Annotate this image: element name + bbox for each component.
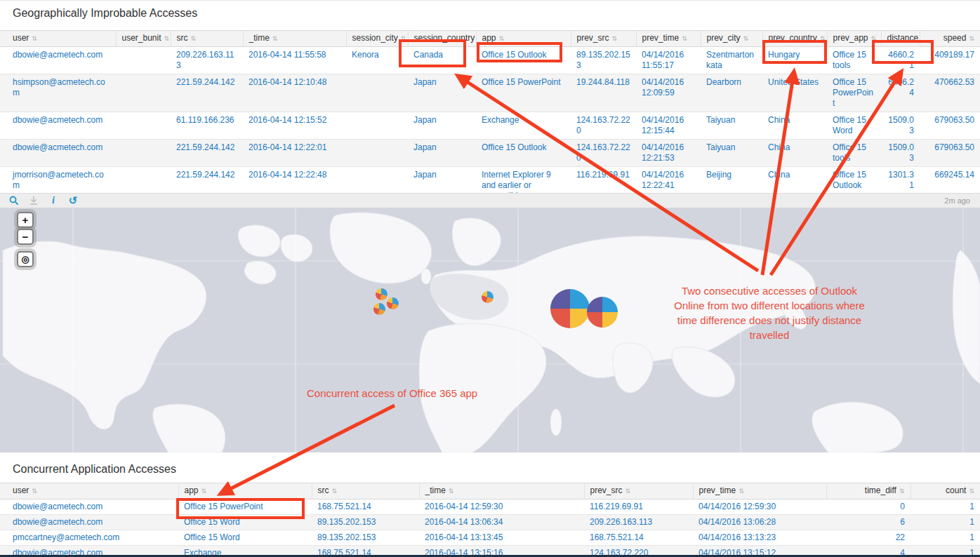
pie-marker-na-3[interactable] [373,303,385,315]
table-cell[interactable]: China [762,112,827,140]
table-cell[interactable]: Szentmartonkata [701,47,762,74]
column-header-src[interactable]: src⇅ [171,31,243,47]
column-header-distance[interactable]: distance⇅ [881,31,920,47]
table-cell[interactable]: 04/14/2016 11:55:17 [636,47,701,74]
table-cell[interactable]: pmccartney@acmetech.com [0,530,178,546]
table-cell[interactable]: United States [762,74,827,112]
sort-icon[interactable]: ⇅ [871,35,877,42]
table-cell[interactable]: Taiyuan [701,112,762,140]
table-cell[interactable]: Office 15 Outlook [476,47,571,74]
table-cell[interactable]: China [762,140,827,167]
column-header-time_diff[interactable]: time_diff⇅ [826,483,911,499]
column-header-user_bunit[interactable]: user_bunit⇅ [116,31,171,47]
column-header-src[interactable]: src⇅ [312,483,419,499]
refresh-icon[interactable]: ↺ [67,195,79,206]
download-icon[interactable] [28,195,39,206]
table-cell[interactable]: 4660.21 [881,47,920,74]
table-cell[interactable]: 0 [826,499,911,515]
column-header-prev_country[interactable]: prev_country⇅ [762,31,827,47]
column-header-count[interactable]: count⇅ [911,483,980,499]
table-cell[interactable]: 209.226.163.113 [171,47,243,74]
world-map[interactable]: + − ◎ [0,208,980,452]
column-header-prev_app[interactable]: prev_app⇅ [827,31,881,47]
table-cell[interactable]: 19.244.84.118 [571,74,636,112]
table-cell[interactable]: dbowie@acmetech.com [0,140,116,167]
pie-marker-europe[interactable] [482,291,494,303]
table-cell[interactable]: 679063.50 [920,140,980,167]
sort-icon[interactable]: ⇅ [612,35,618,42]
table-cell[interactable]: 2016-04-14 13:13:45 [419,530,584,546]
table-cell[interactable]: dbowie@acmetech.com [0,47,116,74]
table-cell[interactable]: 2016-04-14 13:06:34 [419,515,584,530]
table-cell[interactable]: Canada [408,47,476,74]
table-cell[interactable]: 124.163.72.220 [571,140,636,167]
table-cell[interactable] [116,112,171,140]
table-cell[interactable]: 89.135.202.153 [312,530,419,546]
table-cell[interactable]: 61.119.166.236 [171,112,243,140]
table-cell[interactable]: Office 15 tools [827,47,881,74]
table-cell[interactable]: 6406.24 [881,74,920,112]
table-cell[interactable]: 1 [911,530,980,546]
table-cell[interactable]: 2016-04-14 11:55:58 [243,47,346,74]
table-cell[interactable]: Office 15 tools [827,140,881,167]
table-cell[interactable] [116,74,171,112]
table-cell[interactable]: 409189.17 [920,47,980,74]
table-cell[interactable]: 04/14/2016 12:21:53 [636,140,701,167]
table-cell[interactable]: 2016-04-14 12:59:30 [419,499,584,515]
table-cell[interactable]: 1509.03 [881,112,920,140]
sort-icon[interactable]: ⇅ [449,488,454,495]
sort-icon[interactable]: ⇅ [201,488,207,495]
table-cell[interactable]: Office 15 Outlook [476,140,571,167]
sort-icon[interactable]: ⇅ [969,488,974,495]
sort-icon[interactable]: ⇅ [682,35,687,42]
table-cell[interactable] [116,47,171,74]
table-cell[interactable]: Kenora [346,47,408,74]
column-header-prev_city[interactable]: prev_city⇅ [701,31,762,47]
column-header-user[interactable]: user⇅ [0,31,116,47]
table-cell[interactable]: Office 15 PowerPoint [178,499,312,515]
table-cell[interactable]: dbowie@acmetech.com [0,515,178,530]
pie-marker-na-2[interactable] [387,297,399,309]
table-cell[interactable]: Office 15 PowerPoint [476,74,571,112]
table-cell[interactable]: 168.75.521.14 [584,530,693,546]
map-zoom-out-button[interactable]: − [17,229,34,245]
table-cell[interactable]: 116.219.69.91 [584,499,693,515]
sort-icon[interactable]: ⇅ [401,35,406,42]
pie-marker-japan[interactable] [587,297,618,328]
table-cell[interactable]: 2016-04-14 12:22:01 [243,140,346,167]
table-cell[interactable]: 04/14/2016 12:15:44 [636,112,701,140]
table-cell[interactable]: 221.59.244.142 [171,74,243,112]
sort-icon[interactable]: ⇅ [32,35,37,42]
map-zoom-in-button[interactable]: + [17,212,34,228]
table-cell[interactable]: 209.226.163.113 [584,515,693,530]
table-cell[interactable]: hsimpson@acmetech.com [0,74,116,112]
table-cell[interactable]: 04/14/2016 13:13:23 [693,530,826,546]
map-locate-button[interactable]: ◎ [17,251,34,267]
table-cell[interactable]: Taiyuan [701,140,762,167]
table-cell[interactable]: 168.75.521.14 [312,499,419,515]
column-header-app[interactable]: app⇅ [476,31,571,47]
table-cell[interactable]: Dearborn [701,74,762,112]
sort-icon[interactable]: ⇅ [625,488,631,495]
table-cell[interactable]: 89.135.202.153 [571,47,636,74]
table-cell[interactable]: Exchange [476,112,571,140]
column-header-speed[interactable]: speed⇅ [920,31,980,47]
table-cell[interactable]: 679063.50 [920,112,980,140]
sort-icon[interactable]: ⇅ [820,35,826,42]
table-cell[interactable]: dbowie@acmetech.com [0,499,178,515]
sort-icon[interactable]: ⇅ [164,35,170,42]
sort-icon[interactable]: ⇅ [743,35,749,42]
table-cell[interactable]: Office 15 Word [827,112,881,140]
sort-icon[interactable]: ⇅ [191,35,197,42]
table-cell[interactable] [346,140,408,167]
pie-marker-east-asia-large[interactable] [550,289,590,328]
table-cell[interactable]: Office 15 Word [178,530,312,546]
table-cell[interactable]: 04/14/2016 13:06:28 [693,515,826,530]
column-header-prev_src[interactable]: prev_src⇅ [571,31,636,47]
table-cell[interactable]: 04/14/2016 12:59:30 [693,499,826,515]
sort-icon[interactable]: ⇅ [969,35,974,42]
column-header-_time[interactable]: _time⇅ [243,31,346,47]
column-header-_time[interactable]: _time⇅ [419,483,584,499]
table-cell[interactable]: 1 [911,499,980,515]
sort-icon[interactable]: ⇅ [332,488,338,495]
